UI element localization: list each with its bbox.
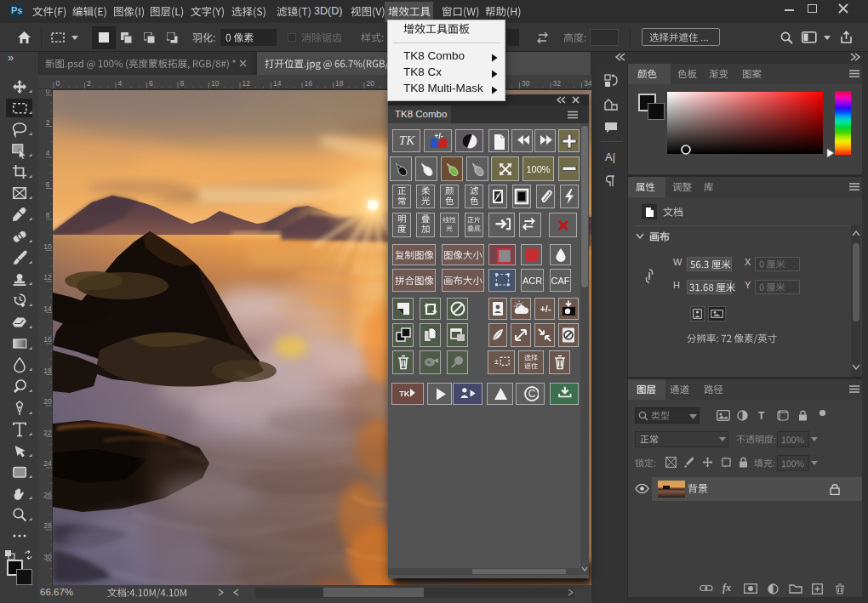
svg-text:34: 34	[584, 79, 591, 88]
svg-text:20: 20	[43, 397, 52, 406]
svg-text:28: 28	[43, 521, 52, 530]
svg-text:4: 4	[46, 149, 50, 157]
svg-text:+/-: +/-	[540, 304, 551, 314]
svg-text:±: ±	[496, 191, 500, 199]
svg-text:4: 4	[118, 79, 123, 88]
svg-text:22: 22	[43, 429, 52, 437]
svg-text:10: 10	[211, 79, 220, 88]
svg-text:32: 32	[553, 79, 562, 88]
svg-text:30: 30	[522, 79, 530, 88]
svg-text:0: 0	[56, 79, 60, 88]
svg-text:24: 24	[43, 459, 52, 468]
svg-text:8: 8	[180, 79, 185, 88]
svg-text:20: 20	[367, 79, 375, 88]
svg-text:14: 14	[273, 79, 282, 88]
svg-text:CAF: CAF	[551, 276, 570, 286]
svg-text:12: 12	[243, 79, 251, 88]
svg-text:C: C	[528, 388, 536, 400]
svg-text:6: 6	[46, 180, 50, 189]
svg-text:100%: 100%	[526, 164, 550, 174]
svg-text:2: 2	[87, 79, 91, 88]
svg-text:6: 6	[149, 79, 153, 88]
svg-text:8: 8	[46, 211, 50, 219]
svg-text:18: 18	[335, 79, 344, 88]
svg-text:0: 0	[46, 89, 50, 95]
svg-text:14: 14	[43, 304, 52, 313]
svg-text:ACR: ACR	[523, 276, 542, 286]
svg-text:26: 26	[43, 491, 52, 499]
svg-text:2: 2	[46, 118, 50, 127]
svg-text:16: 16	[305, 79, 313, 88]
svg-text:30: 30	[43, 553, 52, 561]
svg-text:TK: TK	[399, 390, 410, 398]
svg-text:+/-: +/-	[434, 133, 443, 140]
svg-text:10: 10	[43, 242, 52, 251]
svg-text:±: ±	[494, 357, 499, 366]
svg-text:16: 16	[43, 335, 52, 344]
svg-text:TK: TK	[398, 134, 414, 147]
svg-text:12: 12	[43, 273, 52, 282]
svg-text:18: 18	[43, 367, 52, 375]
